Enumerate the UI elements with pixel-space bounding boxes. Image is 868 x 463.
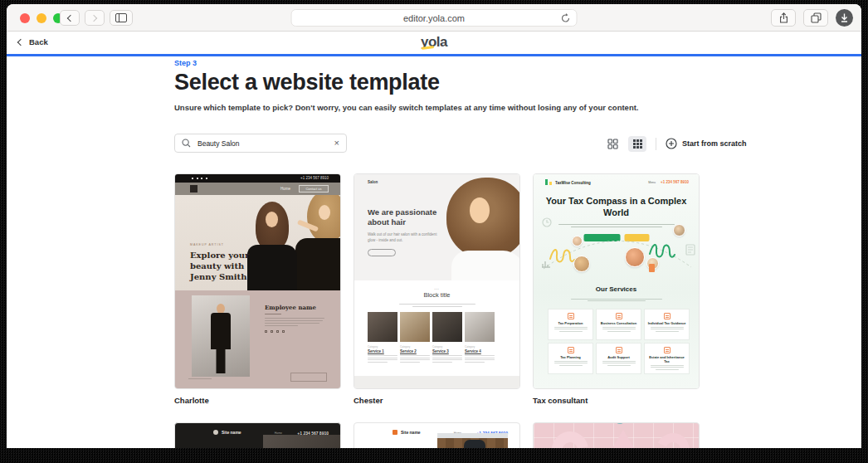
template-card-dark-site[interactable]: Site name Home +1 234 567 8910 — [174, 422, 341, 448]
preview-logo: Salon — [368, 180, 378, 184]
preview-heading: Your Tax Compass in a Complex World — [534, 196, 699, 219]
preview-phone: +1 234 567 8910 — [661, 180, 689, 184]
address-bar[interactable]: editor.yola.com — [291, 9, 578, 27]
grid-large-view-toggle[interactable] — [603, 136, 622, 152]
preview-tagline: MAKEUP ARTIST — [190, 243, 224, 246]
template-card-chester[interactable]: Salon Home +1 234 567 8910 We are passio… — [354, 173, 520, 389]
site-logo-icon — [393, 430, 397, 435]
grid-2x2-icon — [607, 139, 618, 149]
service-card: Individual Tax Guidance — [644, 309, 690, 340]
service-name: Service 2 — [400, 349, 430, 353]
preview-heading: Explore your beauty with Jenny Smith — [190, 250, 266, 282]
service-name: Service 3 — [432, 349, 462, 353]
preview-cta-button — [368, 249, 396, 256]
yellow-squiggle-decoration — [549, 246, 575, 266]
service-category: Category — [465, 345, 495, 348]
avatar — [625, 247, 645, 267]
doc-glyph-decoration — [685, 244, 695, 256]
traffic-lights — [20, 13, 63, 23]
grid-3x3-icon — [632, 139, 643, 149]
site-logo-icon — [213, 430, 218, 435]
employee-social-icons — [265, 330, 331, 333]
downloads-button[interactable] — [836, 9, 853, 27]
plus-circle-icon — [666, 138, 677, 149]
avatar — [573, 256, 590, 272]
preview-footer — [354, 376, 519, 388]
service-photos — [368, 312, 495, 342]
template-column-charlotte: +1 234 567 8910 Home Contact us — [174, 173, 341, 405]
template-column-tax-consultant: TaxWise Consulting Menu +1 234 567 8910 … — [533, 173, 700, 405]
service-card: Estate and Inheritance Tax — [644, 343, 690, 374]
template-column-chester: Salon Home +1 234 567 8910 We are passio… — [354, 173, 520, 405]
preview-employee-section: Employee name — [175, 290, 340, 389]
preview-logo: Site name — [213, 430, 241, 435]
back-button[interactable]: Back — [18, 37, 48, 46]
back-chevron-icon — [67, 14, 74, 21]
preview-secondary-button — [290, 373, 327, 382]
grid-small-view-toggle[interactable] — [628, 136, 646, 152]
avatar — [572, 236, 583, 246]
service-category: Category — [432, 345, 462, 348]
step-label: Step 3 — [174, 59, 197, 67]
preview-category-caption: ▪▪▪ — [434, 287, 439, 290]
template-card-pink-3d[interactable] — [533, 422, 700, 448]
template-search[interactable]: × — [174, 134, 347, 153]
template-card-charlotte[interactable]: +1 234 567 8910 Home Contact us — [174, 173, 341, 389]
preview-subtext: Walk out of our hair salon with a confid… — [368, 232, 439, 244]
clear-search-icon[interactable]: × — [334, 139, 339, 148]
clock-glyph-decoration — [542, 217, 552, 227]
preview-nav: Menu — [648, 181, 656, 184]
preview-logo: TaxWise Consulting — [545, 179, 591, 185]
service-icon — [664, 313, 671, 319]
chart-glyph-decoration — [540, 257, 552, 269]
template-name: Chester — [354, 396, 520, 405]
avatar — [673, 224, 685, 236]
sidebar-toggle-button[interactable] — [110, 10, 133, 26]
preview-services-section: Our Services Tax Preparation Business Co… — [534, 280, 699, 388]
service-category: Category — [368, 345, 397, 348]
browser-toolbar: editor.yola.com — [7, 4, 861, 32]
service-icon — [616, 347, 622, 353]
browser-window: editor.yola.com Back — [7, 4, 861, 448]
tabs-overview-button[interactable] — [803, 9, 828, 27]
services-grid: Tax Preparation Business Consultation In… — [548, 309, 690, 374]
refresh-icon[interactable] — [561, 12, 571, 27]
share-icon — [779, 12, 788, 23]
search-icon — [182, 139, 191, 148]
service-name: Service 4 — [465, 349, 495, 353]
preview-header: Home Contact us — [175, 183, 340, 195]
preview-hero-photo — [437, 433, 508, 448]
close-window-button[interactable] — [20, 13, 30, 23]
template-card-light-site[interactable]: Site name Home +1 234 567 8910 — [354, 422, 520, 448]
service-icon — [616, 313, 622, 319]
preview-footer-text — [188, 378, 212, 380]
preview-logo-text: TaxWise Consulting — [555, 181, 591, 185]
preview-heading: We are passionate about hair — [368, 207, 441, 228]
phone-illustration — [649, 264, 655, 272]
sidebar-icon — [115, 13, 127, 22]
download-arrow-icon — [841, 13, 848, 22]
forward-chevron-icon — [90, 14, 97, 21]
start-from-scratch-button[interactable]: Start from scratch — [666, 138, 747, 149]
url-text: editor.yola.com — [403, 13, 465, 23]
pink-3d-pyramid-shape — [607, 430, 640, 448]
search-input[interactable] — [196, 139, 334, 149]
service-category: Category — [400, 345, 430, 348]
template-name: Tax consultant — [533, 396, 700, 405]
teal-accent-shape — [617, 422, 623, 424]
service-icon — [568, 347, 574, 353]
service-icon — [568, 313, 574, 319]
share-button[interactable] — [771, 9, 796, 27]
divider — [656, 138, 656, 150]
service-icon — [664, 347, 671, 353]
browser-back-button[interactable] — [60, 10, 80, 26]
yola-logo: yola — [421, 34, 447, 51]
preview-services-section: ▪▪▪ Block title Categor — [354, 280, 519, 378]
preview-topbar: +1 234 567 8910 — [175, 174, 340, 183]
template-picker-page: Step 3 Select a website template Unsure … — [7, 56, 861, 448]
service-name: Service 1 — [368, 349, 397, 353]
minimize-window-button[interactable] — [37, 13, 46, 23]
page-title: Select a website template — [174, 70, 440, 95]
browser-forward-button[interactable] — [85, 10, 105, 26]
template-card-tax-consultant[interactable]: TaxWise Consulting Menu +1 234 567 8910 … — [533, 173, 700, 389]
